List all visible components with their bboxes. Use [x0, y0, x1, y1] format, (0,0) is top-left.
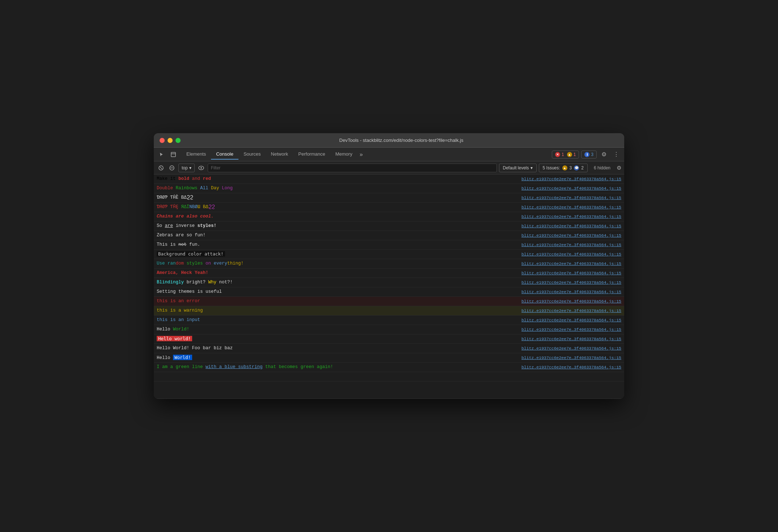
tab-bar-icons [157, 149, 181, 160]
console-source-link[interactable]: blitz.e1937cc6e2ee7e…3f4063378a564.js:15 [521, 345, 621, 352]
console-row[interactable]: This is not fun.blitz.e1937cc6e2ee7e…3f4… [154, 240, 624, 250]
error-icon: ✕ [555, 152, 560, 157]
console-source-link[interactable]: blitz.e1937cc6e2ee7e…3f4063378a564.js:15 [521, 363, 621, 371]
traffic-lights [160, 138, 181, 143]
tab-elements[interactable]: Elements [181, 149, 211, 160]
console-row[interactable]: Hello World!blitz.e1937cc6e2ee7e…3f40633… [154, 325, 624, 334]
chevron-down-icon: ▾ [189, 165, 191, 170]
window-title: DevTools - stackblitz.com/edit/node-colo… [184, 138, 618, 143]
tab-console[interactable]: Console [211, 149, 238, 160]
console-source-link[interactable]: blitz.e1937cc6e2ee7e…3f4063378a564.js:15 [521, 269, 621, 276]
hidden-count[interactable]: 6 hidden [590, 164, 614, 172]
console-source-link[interactable]: blitz.e1937cc6e2ee7e…3f4063378a564.js:15 [521, 297, 621, 305]
console-row[interactable]: America, Heck Yeah!blitz.e1937cc6e2ee7e…… [154, 269, 624, 278]
console-row[interactable]: Hello World! Foo bar biz bazblitz.e1937c… [154, 344, 624, 353]
info-count-icon: 💬 [574, 165, 579, 170]
warn-icon: ▲ [567, 152, 572, 157]
console-source-link[interactable]: blitz.e1937cc6e2ee7e…3f4063378a564.js:15 [521, 250, 621, 258]
clear-console-icon[interactable] [157, 164, 165, 172]
console-source-link[interactable]: blitz.e1937cc6e2ee7e…3f4063378a564.js:15 [521, 335, 621, 342]
console-message: Blindingly bright? Why not?! [157, 279, 516, 286]
minimize-button[interactable] [168, 138, 173, 143]
issues-badge[interactable]: 5 Issues: ▲ 3 💬 2 [539, 164, 588, 172]
console-row[interactable]: this is a warningblitz.e1937cc6e2ee7e…3f… [154, 306, 624, 316]
close-button[interactable] [160, 138, 165, 143]
console-row[interactable]: Use random styles on everything!blitz.e1… [154, 259, 624, 269]
console-row[interactable]: Make it bold and redblitz.e1937cc6e2ee7e… [154, 174, 624, 184]
title-bar: DevTools - stackblitz.com/edit/node-colo… [154, 133, 624, 148]
console-source-link[interactable]: blitz.e1937cc6e2ee7e…3f4063378a564.js:15 [521, 279, 621, 286]
console-source-link[interactable]: blitz.e1937cc6e2ee7e…3f4063378a564.js:15 [521, 213, 621, 220]
console-row[interactable]: ƊЯØƤ ƬĤȨ ЯΔЇΝΒØШ ΒΔϨϨblitz.e1937cc6e2ee7… [154, 203, 624, 212]
console-source-link[interactable]: blitz.e1937cc6e2ee7e…3f4063378a564.js:15 [521, 175, 621, 182]
tab-right-badges: ✕ 1 ▲ 1 ℹ 3 ⚙ ⋮ [552, 149, 621, 160]
dock-icon[interactable] [168, 149, 178, 160]
console-message: ƊЯØƤ ƬĤȨ ЯΔЇΝΒØШ ΒΔϨϨ [157, 203, 516, 211]
ban-icon[interactable] [168, 164, 176, 172]
svg-line-3 [160, 167, 162, 169]
warn-count-icon: ▲ [562, 165, 567, 170]
console-message: I am a green line with a blue substring … [157, 363, 516, 371]
console-message: ƊЯØƤ ƬĤȄ ΒΔϨϨ [157, 194, 516, 201]
console-row[interactable]: this is an errorblitz.e1937cc6e2ee7e…3f4… [154, 297, 624, 306]
console-message: So are inverse styles! [157, 222, 516, 229]
levels-dropdown[interactable]: Default levels ▾ [499, 164, 537, 172]
tab-memory[interactable]: Memory [330, 149, 358, 160]
console-row[interactable] [154, 372, 624, 381]
console-row[interactable]: Blindingly bright? Why not?!blitz.e1937c… [154, 278, 624, 287]
console-message: Use random styles on everything! [157, 260, 516, 267]
console-row[interactable]: Hello world!blitz.e1937cc6e2ee7e…3f40633… [154, 334, 624, 344]
console-message: Hello World! [157, 326, 516, 333]
console-message: Hello world! [157, 335, 516, 343]
maximize-button[interactable] [176, 138, 181, 143]
tab-sources[interactable]: Sources [238, 149, 266, 160]
toolbar-settings-icon[interactable]: ⚙ [617, 165, 621, 171]
tab-performance[interactable]: Performance [293, 149, 330, 160]
console-source-link[interactable]: blitz.e1937cc6e2ee7e…3f4063378a564.js:15 [521, 194, 621, 201]
console-source-link[interactable]: blitz.e1937cc6e2ee7e…3f4063378a564.js:15 [521, 241, 621, 248]
devtools-window: DevTools - stackblitz.com/edit/node-colo… [154, 133, 624, 399]
console-source-link[interactable]: blitz.e1937cc6e2ee7e…3f4063378a564.js:15 [521, 326, 621, 333]
svg-point-7 [200, 167, 202, 169]
eye-icon[interactable] [197, 164, 206, 172]
more-tabs-button[interactable]: » [358, 151, 365, 158]
console-message: Hello World! [157, 354, 516, 362]
settings-icon[interactable]: ⚙ [599, 149, 609, 160]
console-message: This is not fun. [157, 241, 516, 248]
console-row[interactable]: So are inverse styles!blitz.e1937cc6e2ee… [154, 221, 624, 231]
more-options-icon[interactable]: ⋮ [611, 149, 621, 160]
cursor-icon[interactable] [157, 149, 167, 160]
console-row[interactable]: Chains are also cool. blitz.e1937cc6e2ee… [154, 212, 624, 221]
console-row[interactable]: Setting themes is usefulblitz.e1937cc6e2… [154, 287, 624, 297]
console-source-link[interactable]: blitz.e1937cc6e2ee7e…3f4063378a564.js:15 [521, 203, 621, 211]
error-badge[interactable]: ✕ 1 ▲ 1 [552, 151, 579, 159]
console-row[interactable]: Double Rainbows All Day Longblitz.e1937c… [154, 184, 624, 193]
console-source-link[interactable]: blitz.e1937cc6e2ee7e…3f4063378a564.js:15 [521, 222, 621, 229]
console-message: Double Rainbows All Day Long [157, 185, 516, 192]
console-row[interactable]: Hello World!blitz.e1937cc6e2ee7e…3f40633… [154, 353, 624, 363]
console-source-link[interactable]: blitz.e1937cc6e2ee7e…3f4063378a564.js:15 [521, 232, 621, 239]
console-source-link[interactable]: blitz.e1937cc6e2ee7e…3f4063378a564.js:15 [521, 260, 621, 267]
console-source-link[interactable]: blitz.e1937cc6e2ee7e…3f4063378a564.js:15 [521, 288, 621, 295]
console-message: Hello World! Foo bar biz baz [157, 345, 516, 352]
console-row[interactable]: Zebras are so fun!blitz.e1937cc6e2ee7e…3… [154, 231, 624, 240]
svg-rect-0 [171, 152, 176, 157]
console-source-link[interactable]: blitz.e1937cc6e2ee7e…3f4063378a564.js:15 [521, 185, 621, 192]
tab-network[interactable]: Network [266, 149, 293, 160]
tab-bar: Elements Console Sources Network Perform… [154, 148, 624, 161]
console-output[interactable]: Make it bold and redblitz.e1937cc6e2ee7e… [154, 174, 624, 399]
console-source-link[interactable]: blitz.e1937cc6e2ee7e…3f4063378a564.js:15 [521, 307, 621, 314]
console-message: this is an input [157, 316, 516, 324]
context-selector[interactable]: top ▾ [178, 164, 195, 172]
console-row[interactable]: Background color attack!blitz.e1937cc6e2… [154, 250, 624, 259]
console-source-link[interactable]: blitz.e1937cc6e2ee7e…3f4063378a564.js:15 [521, 316, 621, 324]
console-row[interactable]: this is an inputblitz.e1937cc6e2ee7e…3f4… [154, 316, 624, 325]
console-source-link[interactable]: blitz.e1937cc6e2ee7e…3f4063378a564.js:15 [521, 354, 621, 361]
info-badge[interactable]: ℹ 3 [581, 151, 597, 159]
filter-input[interactable] [208, 164, 497, 172]
console-row[interactable]: I am a green line with a blue substring … [154, 363, 624, 372]
console-message: Chains are also cool. [157, 213, 516, 220]
console-message: Setting themes is useful [157, 288, 516, 295]
console-row[interactable]: ƊЯØƤ ƬĤȄ ΒΔϨϨblitz.e1937cc6e2ee7e…3f4063… [154, 193, 624, 203]
console-toolbar: top ▾ Default levels ▾ 5 Issues: ▲ 3 💬 2… [154, 161, 624, 174]
